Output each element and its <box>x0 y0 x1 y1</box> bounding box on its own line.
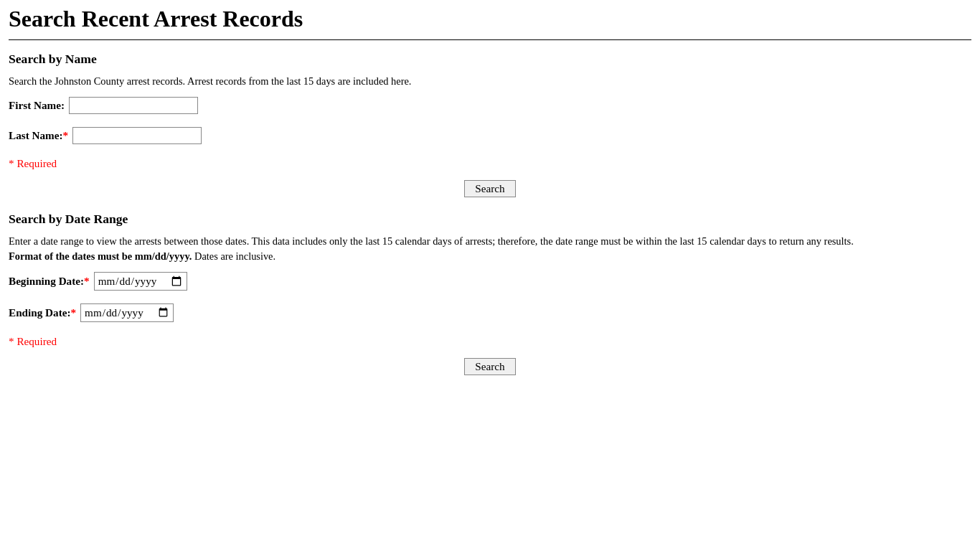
search-by-date-heading: Search by Date Range <box>9 212 971 227</box>
search-by-name-description: Search the Johnston County arrest record… <box>9 74 971 90</box>
beginning-date-input[interactable] <box>94 272 187 291</box>
search-by-name-heading: Search by Name <box>9 52 971 67</box>
name-search-button-row: Search <box>9 180 971 197</box>
name-search-button[interactable]: Search <box>464 180 515 197</box>
date-search-button[interactable]: Search <box>464 358 515 375</box>
beginning-date-group: Beginning Date:* <box>9 272 971 291</box>
first-name-group: First Name: <box>9 97 971 114</box>
date-search-button-row: Search <box>9 358 971 375</box>
last-name-input[interactable] <box>72 127 202 144</box>
ending-date-input[interactable] <box>80 303 174 322</box>
search-by-date-section: Search by Date Range Enter a date range … <box>9 212 971 375</box>
last-name-group: Last Name:* <box>9 127 971 144</box>
date-required-note: * Required <box>9 335 971 348</box>
search-by-date-description: Enter a date range to view the arrests b… <box>9 234 971 265</box>
first-name-label: First Name: <box>9 99 65 112</box>
title-divider <box>9 39 971 40</box>
name-required-note: * Required <box>9 157 971 170</box>
page-title: Search Recent Arrest Records <box>9 6 971 32</box>
ending-date-label: Ending Date:* <box>9 306 76 319</box>
last-name-label: Last Name:* <box>9 129 68 142</box>
beginning-date-label: Beginning Date:* <box>9 275 90 288</box>
first-name-input[interactable] <box>69 97 198 114</box>
ending-date-group: Ending Date:* <box>9 303 971 322</box>
search-by-name-section: Search by Name Search the Johnston Count… <box>9 52 971 197</box>
